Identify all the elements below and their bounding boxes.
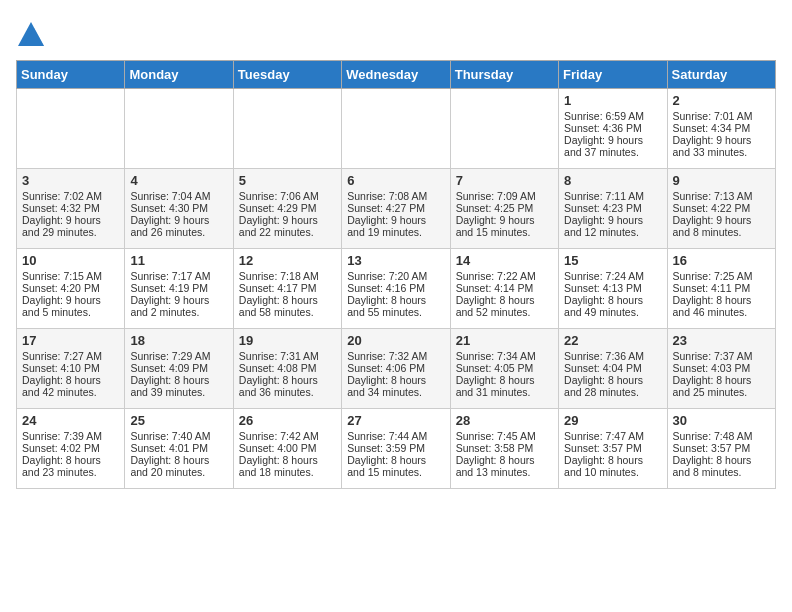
day-number: 21 <box>456 333 553 348</box>
sunrise: Sunrise: 7:09 AM <box>456 190 536 202</box>
day-number: 18 <box>130 333 227 348</box>
calendar-cell: 22Sunrise: 7:36 AMSunset: 4:04 PMDayligh… <box>559 329 667 409</box>
calendar-cell: 3Sunrise: 7:02 AMSunset: 4:32 PMDaylight… <box>17 169 125 249</box>
sunrise: Sunrise: 7:24 AM <box>564 270 644 282</box>
daylight: Daylight: 8 hours and 58 minutes. <box>239 294 318 318</box>
sunrise: Sunrise: 7:17 AM <box>130 270 210 282</box>
sunrise: Sunrise: 7:32 AM <box>347 350 427 362</box>
sunset: Sunset: 4:10 PM <box>22 362 100 374</box>
sunset: Sunset: 4:22 PM <box>673 202 751 214</box>
calendar-cell: 1Sunrise: 6:59 AMSunset: 4:36 PMDaylight… <box>559 89 667 169</box>
day-number: 27 <box>347 413 444 428</box>
sunrise: Sunrise: 7:34 AM <box>456 350 536 362</box>
calendar-cell: 27Sunrise: 7:44 AMSunset: 3:59 PMDayligh… <box>342 409 450 489</box>
sunset: Sunset: 4:00 PM <box>239 442 317 454</box>
calendar-cell: 14Sunrise: 7:22 AMSunset: 4:14 PMDayligh… <box>450 249 558 329</box>
daylight: Daylight: 8 hours and 42 minutes. <box>22 374 101 398</box>
sunrise: Sunrise: 7:20 AM <box>347 270 427 282</box>
sunset: Sunset: 4:04 PM <box>564 362 642 374</box>
calendar-cell: 5Sunrise: 7:06 AMSunset: 4:29 PMDaylight… <box>233 169 341 249</box>
day-number: 25 <box>130 413 227 428</box>
day-number: 10 <box>22 253 119 268</box>
sunrise: Sunrise: 7:04 AM <box>130 190 210 202</box>
calendar-cell: 19Sunrise: 7:31 AMSunset: 4:08 PMDayligh… <box>233 329 341 409</box>
week-row-4: 17Sunrise: 7:27 AMSunset: 4:10 PMDayligh… <box>17 329 776 409</box>
calendar-cell <box>125 89 233 169</box>
daylight: Daylight: 8 hours and 52 minutes. <box>456 294 535 318</box>
day-number: 12 <box>239 253 336 268</box>
daylight: Daylight: 9 hours and 33 minutes. <box>673 134 752 158</box>
daylight: Daylight: 8 hours and 15 minutes. <box>347 454 426 478</box>
daylight: Daylight: 9 hours and 5 minutes. <box>22 294 101 318</box>
col-header-sunday: Sunday <box>17 61 125 89</box>
sunset: Sunset: 4:29 PM <box>239 202 317 214</box>
day-number: 28 <box>456 413 553 428</box>
calendar-cell: 9Sunrise: 7:13 AMSunset: 4:22 PMDaylight… <box>667 169 775 249</box>
week-row-1: 1Sunrise: 6:59 AMSunset: 4:36 PMDaylight… <box>17 89 776 169</box>
week-row-3: 10Sunrise: 7:15 AMSunset: 4:20 PMDayligh… <box>17 249 776 329</box>
sunset: Sunset: 4:34 PM <box>673 122 751 134</box>
daylight: Daylight: 9 hours and 29 minutes. <box>22 214 101 238</box>
sunrise: Sunrise: 6:59 AM <box>564 110 644 122</box>
day-number: 9 <box>673 173 770 188</box>
calendar-cell: 18Sunrise: 7:29 AMSunset: 4:09 PMDayligh… <box>125 329 233 409</box>
sunset: Sunset: 4:30 PM <box>130 202 208 214</box>
calendar-cell: 2Sunrise: 7:01 AMSunset: 4:34 PMDaylight… <box>667 89 775 169</box>
daylight: Daylight: 8 hours and 55 minutes. <box>347 294 426 318</box>
calendar-cell: 6Sunrise: 7:08 AMSunset: 4:27 PMDaylight… <box>342 169 450 249</box>
day-number: 2 <box>673 93 770 108</box>
sunset: Sunset: 3:58 PM <box>456 442 534 454</box>
day-number: 14 <box>456 253 553 268</box>
sunrise: Sunrise: 7:44 AM <box>347 430 427 442</box>
daylight: Daylight: 9 hours and 22 minutes. <box>239 214 318 238</box>
sunrise: Sunrise: 7:27 AM <box>22 350 102 362</box>
daylight: Daylight: 9 hours and 37 minutes. <box>564 134 643 158</box>
calendar-cell: 12Sunrise: 7:18 AMSunset: 4:17 PMDayligh… <box>233 249 341 329</box>
calendar-table: SundayMondayTuesdayWednesdayThursdayFrid… <box>16 60 776 489</box>
daylight: Daylight: 8 hours and 36 minutes. <box>239 374 318 398</box>
daylight: Daylight: 9 hours and 26 minutes. <box>130 214 209 238</box>
day-number: 8 <box>564 173 661 188</box>
calendar-cell: 11Sunrise: 7:17 AMSunset: 4:19 PMDayligh… <box>125 249 233 329</box>
calendar-cell: 28Sunrise: 7:45 AMSunset: 3:58 PMDayligh… <box>450 409 558 489</box>
day-number: 5 <box>239 173 336 188</box>
sunrise: Sunrise: 7:40 AM <box>130 430 210 442</box>
col-header-saturday: Saturday <box>667 61 775 89</box>
sunrise: Sunrise: 7:45 AM <box>456 430 536 442</box>
daylight: Daylight: 9 hours and 8 minutes. <box>673 214 752 238</box>
daylight: Daylight: 9 hours and 2 minutes. <box>130 294 209 318</box>
sunset: Sunset: 4:20 PM <box>22 282 100 294</box>
sunset: Sunset: 4:02 PM <box>22 442 100 454</box>
sunset: Sunset: 4:25 PM <box>456 202 534 214</box>
col-header-wednesday: Wednesday <box>342 61 450 89</box>
sunrise: Sunrise: 7:02 AM <box>22 190 102 202</box>
sunrise: Sunrise: 7:37 AM <box>673 350 753 362</box>
daylight: Daylight: 8 hours and 13 minutes. <box>456 454 535 478</box>
sunrise: Sunrise: 7:31 AM <box>239 350 319 362</box>
day-number: 19 <box>239 333 336 348</box>
sunset: Sunset: 4:08 PM <box>239 362 317 374</box>
calendar-cell: 17Sunrise: 7:27 AMSunset: 4:10 PMDayligh… <box>17 329 125 409</box>
col-header-friday: Friday <box>559 61 667 89</box>
sunrise: Sunrise: 7:48 AM <box>673 430 753 442</box>
calendar-cell: 25Sunrise: 7:40 AMSunset: 4:01 PMDayligh… <box>125 409 233 489</box>
sunrise: Sunrise: 7:13 AM <box>673 190 753 202</box>
calendar-cell <box>450 89 558 169</box>
sunrise: Sunrise: 7:11 AM <box>564 190 644 202</box>
calendar-cell: 10Sunrise: 7:15 AMSunset: 4:20 PMDayligh… <box>17 249 125 329</box>
week-row-2: 3Sunrise: 7:02 AMSunset: 4:32 PMDaylight… <box>17 169 776 249</box>
day-number: 29 <box>564 413 661 428</box>
sunset: Sunset: 4:32 PM <box>22 202 100 214</box>
daylight: Daylight: 8 hours and 23 minutes. <box>22 454 101 478</box>
calendar-cell: 4Sunrise: 7:04 AMSunset: 4:30 PMDaylight… <box>125 169 233 249</box>
day-number: 13 <box>347 253 444 268</box>
day-number: 22 <box>564 333 661 348</box>
sunset: Sunset: 4:36 PM <box>564 122 642 134</box>
day-number: 7 <box>456 173 553 188</box>
sunrise: Sunrise: 7:42 AM <box>239 430 319 442</box>
sunrise: Sunrise: 7:18 AM <box>239 270 319 282</box>
sunrise: Sunrise: 7:08 AM <box>347 190 427 202</box>
sunrise: Sunrise: 7:39 AM <box>22 430 102 442</box>
daylight: Daylight: 8 hours and 46 minutes. <box>673 294 752 318</box>
day-number: 1 <box>564 93 661 108</box>
